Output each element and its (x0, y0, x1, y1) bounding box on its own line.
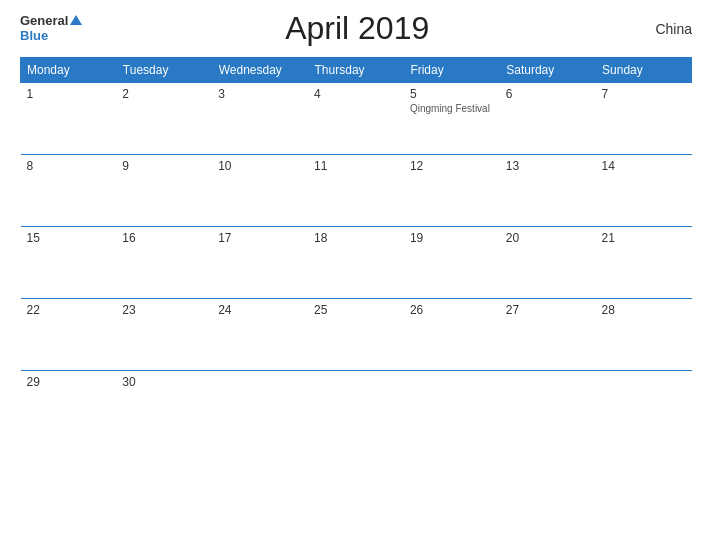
day-cell: 4 (308, 83, 404, 155)
day-number: 8 (27, 159, 111, 173)
day-cell: 1 (21, 83, 117, 155)
day-cell (404, 371, 500, 443)
day-number: 12 (410, 159, 494, 173)
day-cell: 10 (212, 155, 308, 227)
col-header-saturday: Saturday (500, 58, 596, 83)
day-number: 28 (602, 303, 686, 317)
day-number: 10 (218, 159, 302, 173)
week-row-2: 891011121314 (21, 155, 692, 227)
day-cell: 27 (500, 299, 596, 371)
day-cell (500, 371, 596, 443)
col-header-tuesday: Tuesday (116, 58, 212, 83)
day-cell: 3 (212, 83, 308, 155)
day-cell: 12 (404, 155, 500, 227)
country-label: China (632, 21, 692, 37)
col-header-friday: Friday (404, 58, 500, 83)
day-cell: 2 (116, 83, 212, 155)
day-number: 19 (410, 231, 494, 245)
col-header-sunday: Sunday (596, 58, 692, 83)
calendar-title: April 2019 (82, 10, 632, 47)
day-cell: 19 (404, 227, 500, 299)
day-cell (212, 371, 308, 443)
day-number: 27 (506, 303, 590, 317)
logo-general-text: General (20, 14, 68, 28)
day-cell: 6 (500, 83, 596, 155)
day-number: 24 (218, 303, 302, 317)
day-cell: 14 (596, 155, 692, 227)
day-cell: 28 (596, 299, 692, 371)
day-cell: 29 (21, 371, 117, 443)
day-cell (596, 371, 692, 443)
week-row-1: 12345Qingming Festival67 (21, 83, 692, 155)
col-header-wednesday: Wednesday (212, 58, 308, 83)
day-number: 13 (506, 159, 590, 173)
day-cell: 25 (308, 299, 404, 371)
calendar-table: MondayTuesdayWednesdayThursdayFridaySatu… (20, 57, 692, 443)
col-header-monday: Monday (21, 58, 117, 83)
calendar-header-row: MondayTuesdayWednesdayThursdayFridaySatu… (21, 58, 692, 83)
day-number: 5 (410, 87, 494, 101)
week-row-3: 15161718192021 (21, 227, 692, 299)
day-number: 7 (602, 87, 686, 101)
day-number: 16 (122, 231, 206, 245)
page: General Blue April 2019 China MondayTues… (0, 0, 712, 550)
day-cell: 13 (500, 155, 596, 227)
day-cell: 9 (116, 155, 212, 227)
col-header-thursday: Thursday (308, 58, 404, 83)
day-cell: 24 (212, 299, 308, 371)
day-cell: 18 (308, 227, 404, 299)
day-number: 29 (27, 375, 111, 389)
day-number: 11 (314, 159, 398, 173)
day-number: 14 (602, 159, 686, 173)
day-number: 6 (506, 87, 590, 101)
day-cell: 15 (21, 227, 117, 299)
day-cell: 21 (596, 227, 692, 299)
week-row-5: 2930 (21, 371, 692, 443)
day-cell: 23 (116, 299, 212, 371)
day-cell: 7 (596, 83, 692, 155)
day-number: 17 (218, 231, 302, 245)
day-number: 18 (314, 231, 398, 245)
day-number: 9 (122, 159, 206, 173)
day-cell: 11 (308, 155, 404, 227)
day-number: 1 (27, 87, 111, 101)
day-number: 23 (122, 303, 206, 317)
day-number: 21 (602, 231, 686, 245)
day-number: 4 (314, 87, 398, 101)
day-number: 20 (506, 231, 590, 245)
day-cell (308, 371, 404, 443)
logo: General Blue (20, 14, 82, 43)
day-number: 25 (314, 303, 398, 317)
event-label: Qingming Festival (410, 103, 494, 114)
day-cell: 26 (404, 299, 500, 371)
logo-triangle-icon (70, 15, 82, 25)
day-number: 26 (410, 303, 494, 317)
day-cell: 16 (116, 227, 212, 299)
week-row-4: 22232425262728 (21, 299, 692, 371)
day-cell: 22 (21, 299, 117, 371)
day-number: 30 (122, 375, 206, 389)
day-cell: 17 (212, 227, 308, 299)
day-number: 15 (27, 231, 111, 245)
day-cell: 8 (21, 155, 117, 227)
day-cell: 20 (500, 227, 596, 299)
day-cell: 5Qingming Festival (404, 83, 500, 155)
logo-blue-text: Blue (20, 29, 48, 43)
day-number: 3 (218, 87, 302, 101)
day-cell: 30 (116, 371, 212, 443)
header: General Blue April 2019 China (20, 10, 692, 47)
day-number: 2 (122, 87, 206, 101)
day-number: 22 (27, 303, 111, 317)
